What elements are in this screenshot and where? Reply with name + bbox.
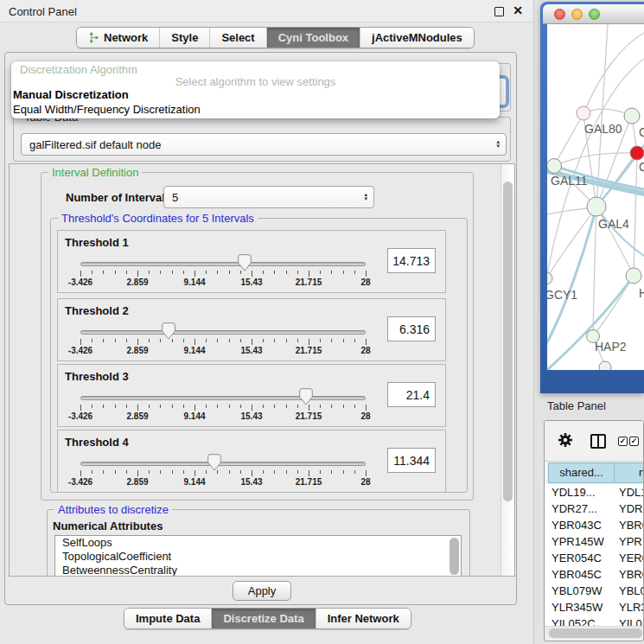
zoom-traffic-light[interactable] [589,9,600,20]
slider-tick [366,339,367,345]
slider-handle[interactable] [299,388,313,405]
attribute-item-topologicalcoefficient[interactable]: TopologicalCoefficient [55,550,461,564]
algorithm-option-equal-width-frequency-discretization[interactable]: Equal Width/Frequency Discretization [13,103,201,117]
table-row[interactable]: YBL079WYBL0 [545,583,644,599]
threshold-value-input[interactable] [387,248,436,273]
network-node-red[interactable] [630,146,644,160]
attribute-item-betweennesscentrality[interactable]: BetweennessCentrality [55,564,461,577]
slider-track[interactable] [80,462,366,466]
slider-tick [366,470,367,476]
interval-definition-group: Interval Definition Number of Intervals … [41,172,474,501]
close-traffic-light[interactable] [554,9,565,20]
attributes-list-scrollbar[interactable] [450,538,459,575]
slider-tick [149,470,150,474]
numerical-attributes-label: Numerical Attributes [53,520,163,532]
table-data-value: galFiltered.sif default node [29,138,161,151]
bottom-tab-impute-data[interactable]: Impute Data [124,609,211,628]
minimize-traffic-light[interactable] [571,9,583,20]
attributes-group-title: Attributes to discretize [54,503,172,516]
network-node-green[interactable] [626,268,641,284]
slider-tick [229,405,230,408]
select-columns-icon[interactable]: ✓ [618,437,628,446]
table-row[interactable]: YBR045CYBR0 [545,566,644,583]
slider-tick-label: 28 [360,411,370,421]
slider-tick [92,470,92,474]
network-node-label: GA [639,125,644,139]
hscrollbar-thumb[interactable] [549,628,642,638]
network-node-green[interactable] [587,197,606,216]
slider-tick-label: 9.144 [183,277,205,287]
close-window-icon[interactable]: ✕ [513,3,523,17]
threshold-panel-3: Threshold 3-3.4262.8599.14415.4321.71528 [57,364,446,427]
column-header-name[interactable]: n [614,462,644,483]
slider-handle[interactable] [238,254,252,271]
threshold-label: Threshold 1 [65,236,129,249]
interval-definition-title: Interval Definition [48,166,142,179]
thresholds-group: Threshold's Coordinates for 5 Intervals … [50,218,468,493]
column-layout-icon[interactable] [590,434,606,449]
slider-tick [309,470,309,476]
slider-tick [354,339,355,342]
settings-scrollbar[interactable] [501,164,514,576]
slider-tick [149,271,150,274]
slider-tick [115,271,116,274]
attribute-item-selfloops[interactable]: SelfLoops [55,536,461,550]
tab-select[interactable]: Select [209,28,265,48]
tab-style[interactable]: Style [159,28,209,48]
table-row[interactable]: YBR043CYBR0 [545,517,644,533]
table-panel: ✓ ✓ shared... n YDL19...YDL1YDR27...YDR2… [544,420,644,641]
bottom-tab-infer-network[interactable]: Infer Network [316,609,411,628]
slider-handle[interactable] [162,322,175,340]
threshold-value-input[interactable] [387,448,436,473]
number-of-intervals-combobox[interactable]: 5 ▴▾ [163,186,374,208]
table-row[interactable]: YDL19...YDL1 [545,484,644,501]
tab-cyni-toolbox[interactable]: Cyni Toolbox [266,28,360,48]
table-row[interactable]: YDR27...YDR2 [545,501,644,517]
slider-tick [206,271,207,274]
slider-tick [320,405,321,408]
tab-network[interactable]: Network [77,28,159,48]
threshold-value-input[interactable] [387,316,436,341]
slider-track[interactable] [80,330,366,335]
bottom-tab-discretize-data[interactable]: Discretize Data [211,609,315,628]
table-row[interactable]: YPR145WYPR1 [545,533,644,550]
slider-handle[interactable] [207,454,221,471]
slider-tick [297,339,298,342]
network-canvas[interactable]: GAL80GACGAL11GAL4GCY1HHAP2 [547,24,644,370]
slider-tick [92,405,92,408]
table-row[interactable]: YLR345WYLR3 [545,599,644,615]
slider-tick [320,339,321,342]
column-header-shared-name[interactable]: shared... [548,462,615,483]
network-node-green[interactable] [624,108,640,124]
network-node-green[interactable] [599,361,611,370]
slider-tick [80,470,81,476]
network-node-green[interactable] [547,159,562,174]
cell-shared-name: YBR043C [552,519,602,532]
slider-tick [263,405,264,408]
number-of-intervals-value: 5 [172,191,178,204]
float-window-icon[interactable] [494,7,504,16]
algorithm-option-manual-discretization[interactable]: Manual Discretization [13,88,129,102]
tab-jactivemnodules[interactable]: jActiveMNodules [360,28,474,48]
cell-name: YBR0 [619,519,644,532]
discretization-algorithm-ghost-title: Discretization Algorithm [20,63,137,76]
slider-tick [206,339,207,342]
table-data-combobox[interactable]: galFiltered.sif default node ▴▾ [21,133,507,156]
tab-label: jActiveMNodules [372,31,462,44]
slider-track[interactable] [80,396,366,400]
slider-tick [252,405,252,411]
cell-shared-name: YLR345W [552,601,603,614]
scrollbar-thumb[interactable] [503,182,513,501]
select-all-columns-icon[interactable]: ✓ [629,437,639,446]
network-node-pink[interactable] [577,106,590,120]
settings-gear-icon[interactable] [558,432,573,451]
slider-track[interactable] [80,262,366,266]
threshold-value-input[interactable] [387,382,436,407]
table-horizontal-scrollbar[interactable] [545,626,644,639]
slider-tick [126,339,127,342]
slider-tick-label: 9.144 [183,411,205,421]
slider-tick [80,271,81,277]
table-row[interactable]: YER054CYER0 [545,550,644,566]
network-node-green[interactable] [547,272,552,284]
apply-button[interactable]: Apply [233,581,291,601]
